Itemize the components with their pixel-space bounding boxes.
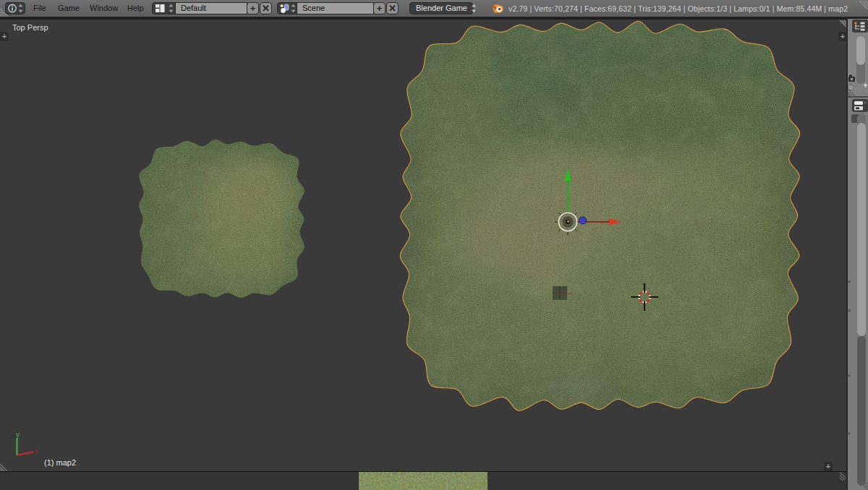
svg-text:y: y bbox=[16, 431, 20, 439]
svg-text:x: x bbox=[34, 447, 38, 455]
